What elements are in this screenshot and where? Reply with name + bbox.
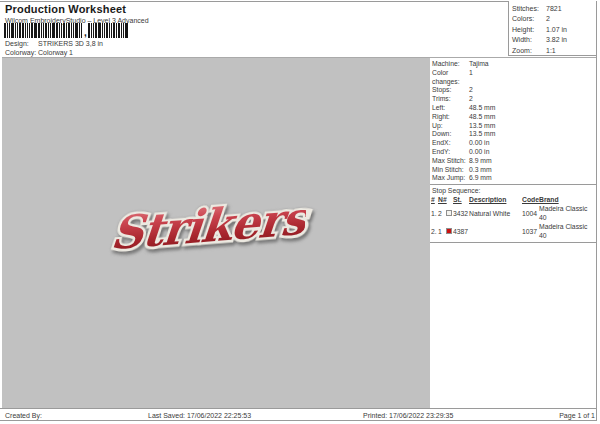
footer-last-saved: Last Saved: 17/06/2022 22:25:53 [148,411,251,420]
machine-info-row: Color changes: 1 [432,69,592,87]
stat-row: Stitches: 7821 [512,4,596,14]
design-value: STRIKERS 3D 3,8 in [38,40,103,47]
footer-top-line [0,408,597,409]
thread-brand: Madeira Classic 40 [539,222,596,240]
machine-info-label: Min Stitch: [432,166,469,175]
machine-info-row: EndY: 0.00 in [432,148,592,157]
stop-sequence-row: 1. 2 3432 Natural White 1004 Madeira Cla… [430,204,596,222]
stat-row: Zoom: 1:1 [512,46,596,56]
stop-num: 1. [431,209,438,218]
machine-info-label: Color changes: [432,69,469,87]
footer-printed: Printed: 17/06/2022 23:29:35 [363,411,453,420]
page-title: Production Worksheet [5,3,126,15]
footer-created-by: Created By: [5,411,42,420]
machine-info-row: Right: 48.5 mm [432,113,592,122]
stat-value: 1.07 in [546,25,567,35]
stop-sequence-row: 2. 1 4387 1037 Madeira Classic 40 [430,222,596,240]
barcode-comma: , [84,24,87,41]
machine-info-value: 2 [469,86,473,95]
col-description: Description [469,195,522,204]
machine-info-label: Machine: [432,60,469,69]
stat-row: Height: 1.07 in [512,25,596,35]
machine-info-value: 8.9 mm [469,157,492,166]
machine-info-value: 48.5 mm [469,104,495,113]
col-num: # [431,195,438,204]
machine-info-list: Machine: Tajima Color changes: 1 Stops: … [432,60,592,201]
thread-swatch [446,210,452,216]
colorway-value: Colorway 1 [38,49,73,56]
machine-info-row: Machine: Tajima [432,60,592,69]
machine-info-row: Max Jump: 6.9 mm [432,174,592,183]
col-code: Code [522,195,539,204]
thread-description: Natural White [469,209,522,218]
machine-info-label: Trims: [432,95,469,104]
thread-brand: Madeira Classic 40 [539,204,596,222]
col-brand: Brand [539,195,596,204]
machine-info-label: Down: [432,130,469,139]
stat-row: Width: 3.82 in [512,35,596,45]
footer-bottom-line [0,420,597,421]
machine-info-row: Left: 48.5 mm [432,104,592,113]
design-canvas: Strikers Strikers [2,57,430,408]
machine-info-value: Tajima [469,60,489,69]
machine-info-row: Down: 13.5 mm [432,130,592,139]
barcode: , [4,23,129,38]
machine-info-row: Min Stitch: 0.3 mm [432,166,592,175]
stat-value: 7821 [546,4,562,14]
stat-label: Width: [512,35,546,45]
needle-num: 1 [438,227,446,236]
embroidery-logo: Strikers Strikers [109,189,345,287]
stat-value: 1:1 [546,46,556,56]
thread-code: 1004 [522,209,539,218]
machine-info-value: 2 [469,95,473,104]
needle-num: 2 [438,209,446,218]
colorway-label: Colorway: [5,49,38,56]
machine-info-row: Stops: 2 [432,86,592,95]
stat-label: Zoom: [512,46,546,56]
machine-info-label: EndY: [432,148,469,157]
right-border-line [596,1,597,421]
col-needle: N# [438,195,446,204]
thread-swatch [446,228,452,234]
stat-label: Colors: [512,14,546,24]
machine-info-label: Stops: [432,86,469,95]
machine-info-label: Up: [432,122,469,131]
stats-box: Stitches: 7821 Colors: 2 Height: 1.07 in… [508,1,596,56]
machine-info-row: Max Stitch: 8.9 mm [432,157,592,166]
machine-info-row: Up: 13.5 mm [432,122,592,131]
machine-info-panel: Machine: Tajima Color changes: 1 Stops: … [430,57,596,408]
machine-info-value: 1 [469,69,473,87]
stop-sequence-header: # N# St. Description Code Brand [430,195,596,204]
machine-info-value: 48.5 mm [469,113,495,122]
thread-number: 3432 [453,209,469,218]
machine-info-row: Trims: 2 [432,95,592,104]
thread-code: 1037 [522,227,539,236]
machine-info-value: 0.3 mm [469,166,492,175]
stop-num: 2. [431,227,438,236]
col-thread: St. [453,195,469,204]
machine-info-label: Left: [432,104,469,113]
footer-page-number: Page 1 of 1 [559,411,595,420]
machine-info-value: 0.00 in [469,148,489,157]
stop-sequence-rows: 1. 2 3432 Natural White 1004 Madeira Cla… [430,204,596,240]
embroidery-logo-text: Strikers [109,191,309,260]
machine-info-value: 13.5 mm [469,122,495,131]
design-label: Design: [5,40,38,47]
machine-info-value: 13.5 mm [469,130,495,139]
machine-info-value: 0.00 in [469,139,489,148]
colorway-row: Colorway: Colorway 1 [5,49,73,56]
stat-row: Colors: 2 [512,14,596,24]
machine-info-label: Max Jump: [432,174,469,183]
machine-info-row: EndX: 0.00 in [432,139,592,148]
machine-info-label: Right: [432,113,469,122]
stat-label: Height: [512,25,546,35]
stat-value: 2 [546,14,550,24]
stop-sequence-title: Stop Sequence: [430,186,596,195]
stat-label: Stitches: [512,4,546,14]
thread-number: 4387 [453,227,469,236]
stop-sequence-section: Stop Sequence: # N# St. Description Code… [430,184,596,243]
machine-info-label: EndX: [432,139,469,148]
design-row: Design: STRIKERS 3D 3,8 in [5,40,103,47]
stat-value: 3.82 in [546,35,567,45]
machine-info-label: Max Stitch: [432,157,469,166]
